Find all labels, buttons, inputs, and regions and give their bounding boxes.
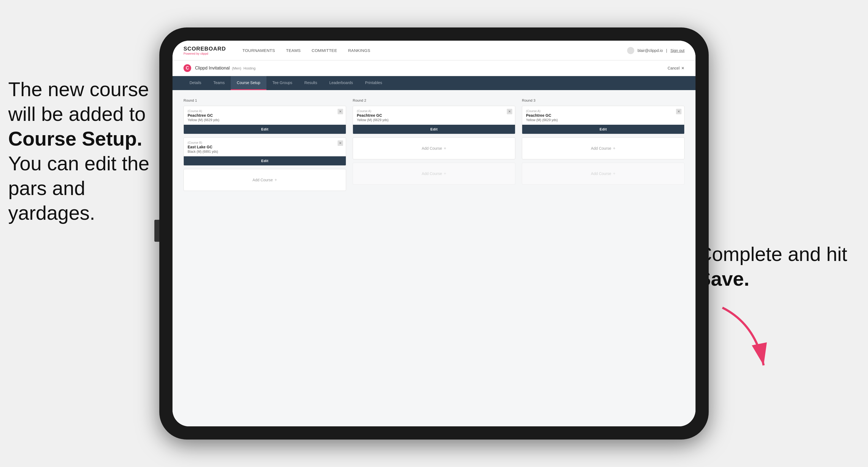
logo-scoreboard: SCOREBOARD (184, 45, 226, 52)
round-3-column: Round 3 (Course A) Peachtree GC Yellow (… (522, 98, 684, 194)
round1-course-a-tag: (Course A) (188, 109, 342, 113)
round3-add-course-disabled: Add Course + (522, 163, 684, 185)
round2-course-a-delete[interactable]: ✕ (507, 109, 512, 114)
right-annotation-text: Complete and hit (698, 243, 847, 265)
round-2-label: Round 2 (353, 98, 515, 102)
nav-rankings[interactable]: RANKINGS (348, 47, 370, 54)
round3-add-course-label: Add Course (591, 146, 611, 151)
round1-add-course-button[interactable]: Add Course + (184, 169, 346, 191)
round3-course-a-tee: Yellow (M) (6629 yds) (526, 118, 680, 122)
round2-add-plus-disabled-icon: + (444, 171, 446, 176)
left-annotation-bold: Course Setup. (8, 128, 142, 150)
tab-results[interactable]: Results (298, 76, 323, 90)
round2-course-a-card: (Course A) Peachtree GC Yellow (M) (6629… (353, 106, 515, 134)
round1-course-b-name: East Lake GC (188, 145, 342, 149)
tournament-title: Clippd Invitational (195, 66, 229, 71)
round3-course-a-card: (Course A) Peachtree GC Yellow (M) (6629… (522, 106, 684, 134)
nav-user-area: blair@clippd.io | Sign out (627, 47, 684, 54)
tablet-side-button (154, 220, 159, 242)
round1-course-a-edit-button[interactable]: Edit (184, 125, 346, 134)
round1-course-a-name: Peachtree GC (188, 113, 342, 118)
round3-course-a-tag: (Course A) (526, 109, 680, 113)
round1-course-a-tee: Yellow (M) (6629 yds) (188, 118, 342, 122)
right-annotation: Complete and hit Save. (698, 242, 851, 291)
round1-course-b-delete[interactable]: ✕ (338, 141, 343, 146)
round1-course-a-delete[interactable]: ✕ (338, 109, 343, 114)
round1-add-plus-icon: + (274, 178, 277, 182)
tournament-badge: (Men) (232, 66, 241, 70)
logo-area: SCOREBOARD Powered by clippd (184, 45, 226, 55)
round-2-column: Round 2 (Course A) Peachtree GC Yellow (… (353, 98, 515, 194)
round3-course-a-name: Peachtree GC (526, 113, 680, 118)
tab-leaderboards[interactable]: Leaderboards (323, 76, 359, 90)
right-arrow-icon (701, 302, 777, 374)
round1-course-b-tee: Black (M) (6891 yds) (188, 150, 342, 154)
left-annotation: The new course will be added to Course S… (8, 77, 167, 225)
nav-separator: | (666, 48, 667, 53)
main-content: Round 1 (Course A) Peachtree GC Yellow (… (173, 90, 695, 426)
round2-course-a-name: Peachtree GC (357, 113, 511, 118)
round1-course-b-card: (Course B) East Lake GC Black (M) (6891 … (184, 137, 346, 166)
user-email: blair@clippd.io (638, 48, 663, 53)
user-avatar (627, 47, 634, 54)
round2-course-a-edit-button[interactable]: Edit (353, 125, 515, 134)
nav-committee[interactable]: COMMITTEE (312, 47, 337, 54)
sub-logo: C (184, 64, 191, 72)
round2-add-plus-icon: + (444, 146, 446, 151)
round-3-label: Round 3 (522, 98, 684, 102)
sign-out-link[interactable]: Sign out (671, 48, 684, 53)
round2-course-a-tag: (Course A) (357, 109, 511, 113)
close-icon: ✕ (681, 66, 684, 70)
tabs-bar: Details Teams Course Setup Tee Groups Re… (173, 76, 695, 90)
logo-sub: Powered by clippd (184, 52, 226, 55)
round3-add-course-disabled-label: Add Course (591, 172, 611, 176)
nav-tournaments[interactable]: TOURNAMENTS (242, 47, 275, 54)
round3-course-a-edit-button[interactable]: Edit (522, 125, 684, 134)
left-annotation-text: The new course will be added to (8, 78, 149, 125)
left-annotation-sub: You can edit the pars and yardages. (8, 152, 149, 224)
round1-course-b-tag: (Course B) (188, 141, 342, 144)
tab-printables[interactable]: Printables (359, 76, 388, 90)
cancel-label: Cancel (668, 66, 680, 70)
tablet-device: SCOREBOARD Powered by clippd TOURNAMENTS… (159, 28, 709, 439)
round1-course-a-card: (Course A) Peachtree GC Yellow (M) (6629… (184, 106, 346, 134)
nav-teams[interactable]: TEAMS (286, 47, 301, 54)
sub-header: C Clippd Invitational (Men) Hosting Canc… (173, 60, 695, 76)
round3-course-a-delete[interactable]: ✕ (676, 109, 681, 114)
round2-add-course-disabled: Add Course + (353, 163, 515, 185)
tab-teams[interactable]: Teams (207, 76, 231, 90)
cancel-button[interactable]: Cancel ✕ (668, 66, 684, 70)
round3-add-plus-icon: + (613, 146, 615, 151)
round-1-label: Round 1 (184, 98, 346, 102)
tab-course-setup[interactable]: Course Setup (231, 76, 267, 90)
round-1-column: Round 1 (Course A) Peachtree GC Yellow (… (184, 98, 346, 194)
round2-add-course-disabled-label: Add Course (422, 172, 442, 176)
hosting-label: Hosting (243, 66, 255, 70)
round2-add-course-button[interactable]: Add Course + (353, 137, 515, 159)
tab-details[interactable]: Details (184, 76, 207, 90)
tab-tee-groups[interactable]: Tee Groups (267, 76, 298, 90)
round2-add-course-label: Add Course (422, 146, 442, 151)
round3-add-plus-disabled-icon: + (613, 171, 615, 176)
top-navigation: SCOREBOARD Powered by clippd TOURNAMENTS… (173, 41, 695, 60)
round2-course-a-tee: Yellow (M) (6629 yds) (357, 118, 511, 122)
round3-add-course-button[interactable]: Add Course + (522, 137, 684, 159)
round1-add-course-label: Add Course (252, 178, 273, 182)
rounds-grid: Round 1 (Course A) Peachtree GC Yellow (… (184, 98, 684, 194)
tablet-screen: SCOREBOARD Powered by clippd TOURNAMENTS… (173, 41, 695, 426)
round1-course-b-edit-button[interactable]: Edit (184, 156, 346, 165)
